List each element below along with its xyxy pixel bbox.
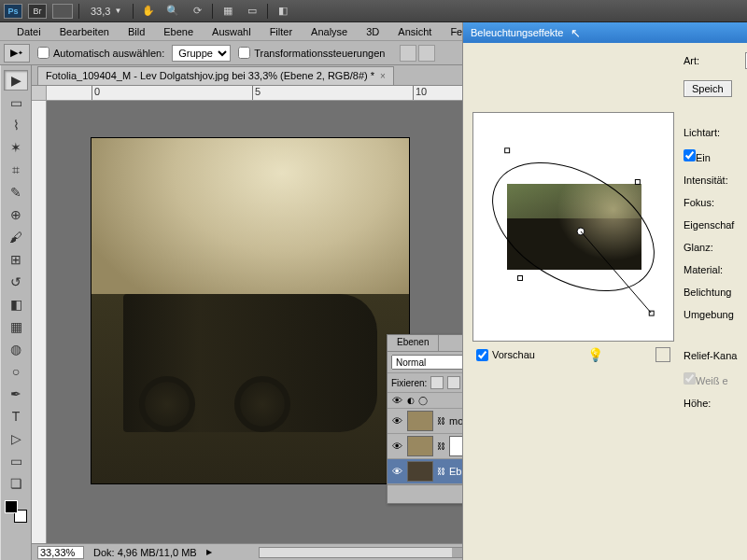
- lock-transparency-icon[interactable]: [430, 376, 444, 389]
- lasso-tool[interactable]: ⌇: [4, 115, 28, 135]
- gloss-label: Glanz:: [684, 242, 740, 253]
- lighting-effects-dialog: Beleuchtungseffekte ↖: [462, 22, 747, 560]
- light-ellipse[interactable]: [473, 113, 673, 341]
- crop-tool[interactable]: ⌗: [4, 160, 28, 180]
- 3d-tool[interactable]: ❏: [4, 473, 28, 494]
- dialog-titlebar[interactable]: Beleuchtungseffekte ↖: [463, 22, 747, 43]
- auto-select-target[interactable]: Gruppe: [172, 45, 231, 62]
- heal-tool[interactable]: ⊕: [4, 204, 28, 225]
- svg-rect-1: [505, 148, 510, 153]
- document-tab[interactable]: Fotolia_109404_M - Lev Dolgatshjov.jpg b…: [37, 66, 394, 85]
- arrange-icon[interactable]: ▦: [218, 3, 237, 20]
- lock-pixels-icon[interactable]: [447, 376, 460, 389]
- ruler-origin[interactable]: [32, 86, 47, 101]
- delete-light-icon[interactable]: [655, 347, 670, 362]
- layer-thumbnail: [407, 461, 433, 482]
- pen-tool[interactable]: ✒: [4, 384, 28, 404]
- wand-tool[interactable]: ✶: [4, 137, 28, 158]
- dialog-title: Beleuchtungseffekte: [471, 27, 563, 38]
- menu-file[interactable]: Datei: [7, 24, 50, 39]
- align-btn-1[interactable]: [400, 45, 416, 62]
- stamp-tool[interactable]: ⊞: [4, 249, 28, 270]
- focus-label: Fokus:: [684, 197, 740, 208]
- height-label: Höhe:: [684, 398, 740, 409]
- menu-image[interactable]: Bild: [119, 24, 154, 39]
- white-high-checkbox[interactable]: Weiß e: [684, 372, 728, 386]
- adjustment-icon: ◐: [407, 396, 415, 405]
- eraser-tool[interactable]: ◧: [4, 294, 28, 315]
- light-type-label: Lichtart:: [684, 127, 740, 138]
- zoom-readout[interactable]: 33,3▼: [85, 6, 127, 17]
- screenmode-icon[interactable]: ▭: [243, 3, 261, 20]
- svg-rect-2: [635, 179, 640, 184]
- align-btn-2[interactable]: [418, 45, 435, 62]
- marquee-tool[interactable]: ▭: [4, 92, 28, 113]
- menu-filter[interactable]: Filter: [261, 24, 302, 39]
- lock-label: Fixieren:: [391, 378, 427, 388]
- history-brush-tool[interactable]: ↺: [4, 272, 28, 292]
- blur-tool[interactable]: ◍: [4, 339, 28, 359]
- hand-icon[interactable]: ✋: [139, 3, 158, 20]
- type-tool[interactable]: T: [4, 406, 28, 427]
- zoom-field[interactable]: 33,33%: [37, 546, 84, 559]
- svg-point-0: [473, 136, 673, 317]
- transform-controls-checkbox[interactable]: Transformationssteuerungen: [238, 47, 385, 59]
- menu-select[interactable]: Auswahl: [203, 24, 261, 39]
- close-tab-icon[interactable]: ×: [380, 71, 386, 81]
- properties-label: Eigenschaf: [684, 219, 740, 231]
- menu-layer[interactable]: Ebene: [154, 24, 203, 39]
- tools-panel: ▶ ▭ ⌇ ✶ ⌗ ✎ ⊕ 🖌 ⊞ ↺ ◧ ▦ ◍ ○ ✒ T ▷ ▭ ❏: [0, 65, 32, 560]
- brush-tool[interactable]: 🖌: [4, 227, 28, 247]
- rotate-view-icon[interactable]: ⟳: [188, 3, 206, 20]
- save-button[interactable]: Speich: [684, 80, 732, 97]
- ruler-vertical[interactable]: [32, 101, 47, 543]
- document-title: Fotolia_109404_M - Lev Dolgatshjov.jpg b…: [46, 70, 374, 81]
- menu-view[interactable]: Ansicht: [388, 24, 441, 39]
- svg-line-6: [581, 231, 651, 313]
- zoom-icon[interactable]: 🔍: [163, 3, 182, 20]
- extras-icon[interactable]: ◧: [274, 3, 292, 20]
- menu-edit[interactable]: Bearbeiten: [50, 24, 119, 39]
- preview-box[interactable]: [472, 112, 674, 342]
- color-swatch[interactable]: [5, 500, 27, 523]
- document-image: [92, 138, 409, 483]
- workspace-dropdown[interactable]: [52, 4, 73, 19]
- visibility-icon[interactable]: 👁: [390, 415, 403, 427]
- bridge-icon[interactable]: Br: [28, 4, 47, 19]
- current-tool-icon[interactable]: ▶✦: [4, 44, 30, 63]
- preview-checkbox[interactable]: Vorschau: [476, 349, 535, 361]
- eyedropper-tool[interactable]: ✎: [4, 182, 28, 203]
- style-label: Art:: [684, 55, 740, 66]
- texture-channel-label: Relief-Kana: [684, 350, 740, 361]
- doc-info-menu-icon[interactable]: ▶: [206, 548, 212, 556]
- cursor-icon: ↖: [571, 26, 581, 40]
- menu-analysis[interactable]: Analyse: [302, 24, 357, 39]
- photoshop-icon[interactable]: Ps: [4, 4, 22, 19]
- gradient-tool[interactable]: ▦: [4, 316, 28, 337]
- app-topbar: Ps Br 33,3▼ ✋ 🔍 ⟳ ▦ ▭ ◧: [0, 0, 747, 22]
- menu-3d[interactable]: 3D: [357, 24, 388, 39]
- svg-rect-3: [518, 276, 523, 281]
- layer-thumbnail: [407, 411, 433, 431]
- add-light-icon[interactable]: 💡: [587, 347, 603, 362]
- layers-tab[interactable]: Ebenen: [388, 335, 439, 351]
- light-on-checkbox[interactable]: Ein: [684, 149, 711, 163]
- mask-icon: ◯: [418, 396, 428, 405]
- exposure-label: Belichtung: [684, 287, 740, 298]
- auto-select-checkbox[interactable]: Automatisch auswählen:: [37, 47, 164, 59]
- dodge-tool[interactable]: ○: [4, 361, 28, 382]
- layer-thumbnail: [407, 436, 433, 456]
- path-tool[interactable]: ▷: [4, 428, 28, 449]
- shape-tool[interactable]: ▭: [4, 451, 28, 471]
- material-label: Material:: [684, 264, 740, 275]
- visibility-icon[interactable]: 👁: [390, 466, 403, 477]
- move-tool[interactable]: ▶: [4, 70, 28, 91]
- visibility-icon[interactable]: 👁: [390, 441, 403, 452]
- doc-info: Dok: 4,96 MB/11,0 MB: [93, 547, 197, 558]
- ambience-label: Umgebung: [684, 309, 740, 320]
- visibility-icon[interactable]: 👁: [390, 395, 403, 406]
- intensity-label: Intensität:: [684, 175, 740, 186]
